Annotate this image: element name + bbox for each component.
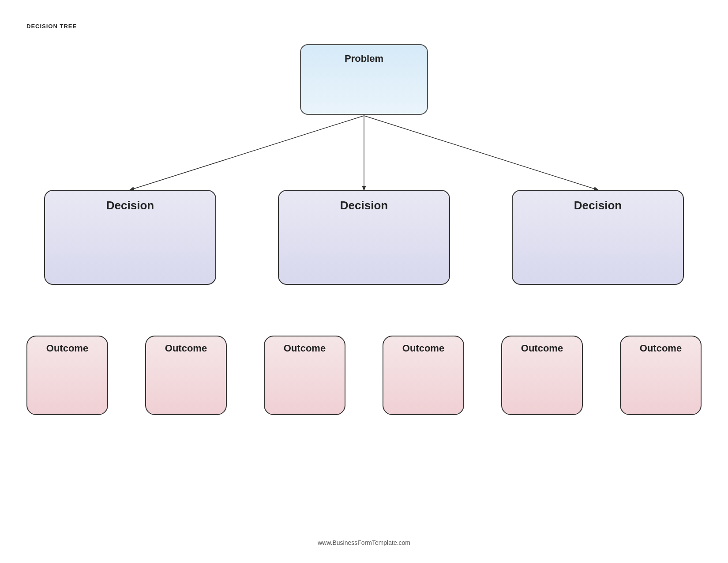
outcome-box-6: Outcome xyxy=(620,336,702,415)
outcome-box-4: Outcome xyxy=(383,336,464,415)
outcome-label-5: Outcome xyxy=(521,343,563,354)
outcome-box-1: Outcome xyxy=(26,336,108,415)
problem-label: Problem xyxy=(345,53,383,64)
svg-line-0 xyxy=(130,116,364,190)
decision-label-right: Decision xyxy=(574,199,622,212)
decision-label-center: Decision xyxy=(340,199,388,212)
svg-line-2 xyxy=(364,116,598,190)
decision-box-left: Decision xyxy=(44,190,216,285)
outcome-box-2: Outcome xyxy=(145,336,227,415)
problem-box: Problem xyxy=(300,44,428,115)
decision-label-left: Decision xyxy=(106,199,154,212)
outcome-box-3: Outcome xyxy=(264,336,345,415)
footer-text: www.BusinessFormTemplate.com xyxy=(318,539,410,546)
page-title: DECISION TREE xyxy=(26,23,77,30)
outcome-label-2: Outcome xyxy=(165,343,207,354)
decision-box-center: Decision xyxy=(278,190,450,285)
decision-box-right: Decision xyxy=(512,190,684,285)
outcome-label-4: Outcome xyxy=(402,343,444,354)
outcome-label-3: Outcome xyxy=(284,343,326,354)
outcome-label-6: Outcome xyxy=(640,343,682,354)
outcome-label-1: Outcome xyxy=(46,343,88,354)
outcome-box-5: Outcome xyxy=(501,336,583,415)
